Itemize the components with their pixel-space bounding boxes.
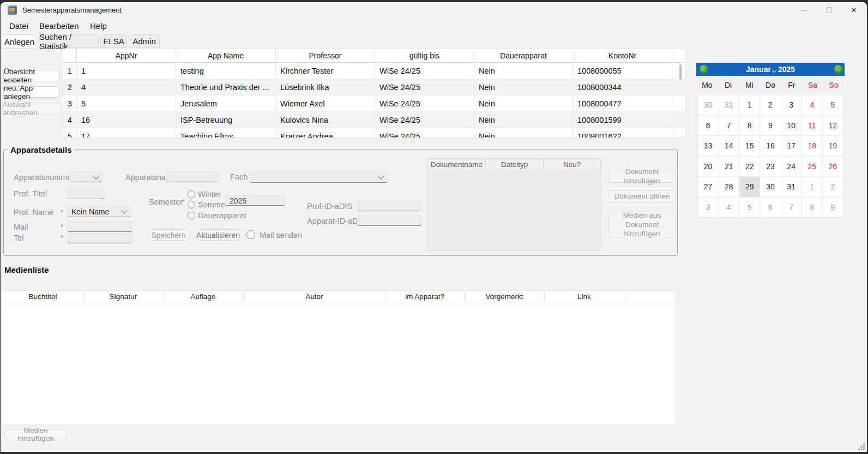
menu-help[interactable]: Help [87,20,110,32]
medien-column-header[interactable]: Auflage [163,291,244,302]
calendar-date-cell[interactable]: 23 [760,157,780,177]
document-column-header[interactable]: Dateityp [485,159,544,170]
table-row[interactable]: 517Teaching FilmsKratzer AndreaWiSe 24/2… [63,128,685,138]
calendar-date-cell[interactable]: 24 [781,157,801,177]
tab-anlegen[interactable]: Anlegen [2,34,37,49]
document-column-header[interactable]: Neu? [543,159,601,170]
medien-column-header[interactable]: Vorgemerkt [465,291,545,302]
medien-column-header[interactable]: im Apparat? [385,291,465,302]
calendar-date-cell[interactable]: 21 [719,157,739,177]
calendar-date-cell[interactable]: 13 [698,136,718,156]
calendar-date-cell[interactable]: 2 [760,95,780,115]
calendar-date-cell[interactable]: 7 [719,116,739,136]
prof-id-adis-field[interactable] [357,201,421,211]
table-row[interactable]: 416ISP-BetreuungKulovics NinaWiSe 24/25N… [63,112,685,128]
dokument-hinzufuegen-button[interactable]: Dokument hinzufügen [608,171,676,183]
mail-senden-checkbox[interactable] [246,230,255,239]
mail-field[interactable] [67,222,132,232]
medien-column-header[interactable]: Autor [244,291,385,302]
calendar-date-cell[interactable]: 7 [781,198,801,218]
calendar-date-cell[interactable]: 10 [781,116,801,136]
neue-app-anlegen-button[interactable]: neu. App anlegen [3,86,60,98]
maximize-button[interactable] [816,3,841,17]
calendar-date-cell[interactable]: 18 [802,136,822,156]
menu-bearbeiten[interactable]: Bearbeiten [37,20,82,32]
tab-elsa[interactable]: ELSA [100,34,127,48]
calendar-date-cell[interactable]: 4 [802,95,822,115]
calendar-date-cell[interactable]: 6 [698,116,718,136]
calendar-date-cell[interactable]: 8 [739,116,760,136]
medien-aus-dokument-button[interactable]: Medien aus Dokument hinzufügen [608,213,676,237]
calendar-date-cell[interactable]: 4 [719,198,739,218]
apparatsnummer-combobox[interactable] [69,171,103,182]
prof-name-combobox[interactable]: Kein Name [67,206,131,217]
document-column-header[interactable]: Dokumentname [427,159,486,170]
dauerapparat-radio[interactable] [188,212,195,219]
table-row[interactable]: 24Theorie und Praxis der ...Lüsebrink Il… [63,79,685,95]
column-header[interactable]: KontoNr [573,49,672,62]
calendar-date-cell[interactable]: 31 [719,95,739,115]
speichern-button[interactable]: Speichern [148,229,189,241]
minimize-button[interactable] [791,3,816,17]
fach-combobox[interactable] [250,171,388,183]
calendar-date-cell[interactable]: 25 [802,157,822,177]
calendar-date-cell[interactable]: 28 [719,177,739,197]
calendar-date-cell[interactable]: 15 [739,136,760,156]
calendar-date-cell[interactable]: 9 [760,116,780,136]
column-header[interactable]: AppNr [77,49,176,62]
calendar-date-cell[interactable]: 3 [698,198,718,218]
calendar-date-cell[interactable]: 8 [802,198,822,218]
tel-field[interactable] [67,233,132,243]
calendar-date-cell[interactable]: 17 [781,136,801,156]
medien-column-header[interactable]: Link [545,291,624,302]
column-header[interactable]: gültig bis [375,49,474,62]
aktualisieren-button[interactable]: Aktualisieren [197,229,239,241]
calendar-date-cell[interactable]: 1 [739,95,760,115]
table-row[interactable]: 11testingKirchner TesterWiSe 24/25Nein10… [63,63,685,79]
apparatsname-field[interactable] [166,171,219,182]
calendar-prev-button[interactable]: ← [700,65,708,74]
calendar-month[interactable]: Januar [746,65,771,74]
calendar-date-cell[interactable]: 9 [823,198,843,218]
calendar-date-cell[interactable]: 31 [781,177,801,197]
tab-admin[interactable]: Admin [129,34,160,48]
calendar-date-cell[interactable]: 19 [823,136,843,156]
calendar-date-cell[interactable]: 22 [739,157,760,177]
medien-hinzufuegen-button[interactable]: Medien hinzufügen [4,429,67,439]
column-header[interactable]: Professor [276,49,375,62]
calendar-year[interactable]: 2025 [778,65,795,74]
resize-grip[interactable] [858,444,860,445]
uebersicht-erstellen-button[interactable]: Übersicht erstellen [3,70,60,81]
calendar-date-cell[interactable]: 27 [698,177,718,197]
sommer-radio[interactable] [188,201,195,208]
tab-suchen-statistik[interactable]: Suchen / Statistik [39,34,99,48]
calendar-date-cell[interactable]: 1 [802,177,822,197]
close-button[interactable]: × [841,3,866,17]
medien-column-header[interactable]: Buchtitel [2,291,84,302]
calendar-date-cell[interactable]: 14 [719,136,739,156]
calendar-date-cell[interactable]: 11 [802,116,822,136]
calendar-date-cell[interactable]: 12 [823,116,843,136]
calendar-date-cell[interactable]: 5 [739,198,760,218]
calendar-date-cell[interactable]: 3 [781,95,801,115]
calendar-next-button[interactable]: → [834,65,843,74]
table-row[interactable]: 35JerusalemWiemer AxelWiSe 24/25Nein1008… [63,95,685,112]
menu-datei[interactable]: Datei [7,20,31,32]
apps-table-scrollbar[interactable] [679,64,682,80]
winter-radio[interactable] [188,190,195,198]
calendar-date-cell[interactable]: 26 [823,157,843,177]
calendar-date-cell[interactable]: 6 [760,198,780,218]
dokument-oeffnen-button[interactable]: Dokument öffnen [608,190,676,202]
prof-titel-field[interactable] [67,188,105,199]
calendar-date-cell[interactable]: 30 [698,95,718,115]
calendar-date-cell[interactable]: 20 [698,157,718,177]
calendar-date-cell[interactable]: 30 [760,177,780,197]
column-header[interactable]: Dauerapparat [474,49,573,62]
calendar-date-cell[interactable]: 16 [760,136,780,156]
auswahl-abbrechen-button[interactable]: Auswahl abbrechen [2,103,61,114]
calendar-date-cell[interactable]: 2 [823,177,843,197]
calendar-date-cell[interactable]: 29 [739,177,760,197]
apparat-id-adis-field[interactable] [357,216,422,226]
column-header[interactable]: App Name [176,49,276,62]
jahr-field[interactable]: 2025 [225,195,285,206]
